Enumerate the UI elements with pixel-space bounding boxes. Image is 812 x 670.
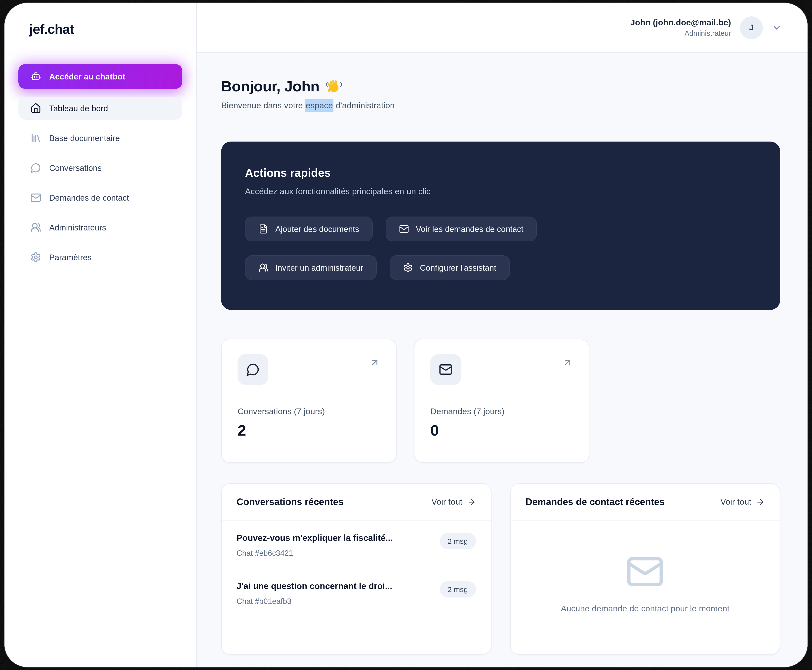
configure-assistant-button[interactable]: Configurer l'assistant <box>390 255 510 280</box>
empty-state: Aucune demande de contact pour le moment <box>510 521 780 654</box>
mail-icon <box>626 552 665 591</box>
users-icon <box>31 222 41 233</box>
page-title: Bonjour, John <box>221 78 320 95</box>
robot-icon <box>31 71 41 82</box>
stat-card-demandes[interactable]: Demandes (7 jours) 0 <box>414 339 589 463</box>
card-title: Conversations récentes <box>237 497 344 508</box>
sidebar-item-label: Accéder au chatbot <box>49 72 125 81</box>
stat-label: Demandes (7 jours) <box>431 407 573 417</box>
arrow-up-right-icon[interactable] <box>562 357 573 368</box>
sidebar: jef.chat Accéder au chatbot Tableau de b… <box>5 3 197 667</box>
dashboard-content: Bonjour, John Bienvenue dans votre espac… <box>197 52 807 667</box>
quick-actions-buttons: Ajouter des documents Voir les demandes … <box>245 217 756 280</box>
app-window: jef.chat Accéder au chatbot Tableau de b… <box>5 3 807 667</box>
users-icon <box>258 263 268 272</box>
card-title: Demandes de contact récentes <box>526 497 665 508</box>
recent-section: Conversations récentes Voir tout Pouvez-… <box>221 483 780 655</box>
avatar[interactable]: J <box>740 16 763 39</box>
conversation-id: Chat #eb6c3421 <box>237 549 393 558</box>
add-documents-button[interactable]: Ajouter des documents <box>245 217 373 241</box>
message-circle-icon <box>246 362 260 376</box>
chevron-down-icon[interactable] <box>772 23 781 32</box>
stat-icon-tile <box>431 354 461 385</box>
sidebar-item-conversations[interactable]: Conversations <box>19 156 182 179</box>
sidebar-item-parametres[interactable]: Paramètres <box>19 246 182 269</box>
invite-admin-button[interactable]: Inviter un administrateur <box>245 255 377 280</box>
sidebar-item-base-documentaire[interactable]: Base documentaire <box>19 127 182 149</box>
arrow-right-icon <box>756 497 765 507</box>
user-role: Administrateur <box>631 29 731 37</box>
view-all-conversations-link[interactable]: Voir tout <box>431 497 476 507</box>
recent-requests-card: Demandes de contact récentes Voir tout A… <box>510 483 780 655</box>
stat-icon-tile <box>237 354 268 385</box>
sidebar-item-administrateurs[interactable]: Administrateurs <box>19 216 182 239</box>
sidebar-item-acceder-au-chatbot[interactable]: Accéder au chatbot <box>19 64 182 89</box>
mail-icon <box>399 224 409 234</box>
user-name: John (john.doe@mail.be) <box>631 18 731 28</box>
topbar: John (john.doe@mail.be) Administrateur J <box>197 3 807 52</box>
gear-icon <box>403 263 413 272</box>
message-count-badge: 2 msg <box>439 581 476 597</box>
conversation-id: Chat #b01eafb3 <box>237 597 392 606</box>
selected-text: espace <box>305 99 334 112</box>
app-root: jef.chat Accéder au chatbot Tableau de b… <box>0 0 812 670</box>
quick-actions-subtitle: Accédez aux fonctionnalités principales … <box>245 187 756 197</box>
sidebar-item-label: Base documentaire <box>49 134 120 143</box>
message-count-badge: 2 msg <box>439 533 476 549</box>
conversation-list-item[interactable]: Pouvez-vous m'expliquer la fiscalité... … <box>222 521 491 569</box>
gear-icon <box>31 252 41 263</box>
user-info: John (john.doe@mail.be) Administrateur <box>631 18 731 37</box>
sidebar-item-label: Demandes de contact <box>49 193 129 202</box>
arrow-right-icon <box>467 497 476 507</box>
view-contact-requests-button[interactable]: Voir les demandes de contact <box>386 217 537 241</box>
stat-card-conversations[interactable]: Conversations (7 jours) 2 <box>221 339 397 463</box>
stat-label: Conversations (7 jours) <box>237 407 380 417</box>
quick-actions-card: Actions rapides Accédez aux fonctionnali… <box>221 142 780 310</box>
sidebar-nav: Accéder au chatbot Tableau de bord Base … <box>19 64 182 269</box>
mail-icon <box>31 192 41 203</box>
sidebar-item-label: Tableau de bord <box>49 103 108 113</box>
conversation-list-item[interactable]: J'ai une question concernant le droi... … <box>222 569 491 617</box>
sidebar-item-label: Administrateurs <box>49 223 106 232</box>
sidebar-item-tableau-de-bord[interactable]: Tableau de bord <box>19 97 182 120</box>
stat-value: 0 <box>431 422 573 440</box>
stats-row: Conversations (7 jours) 2 Demandes (7 jo… <box>221 339 781 463</box>
view-all-requests-link[interactable]: Voir tout <box>720 497 765 507</box>
message-circle-icon <box>31 162 41 173</box>
main-column: John (john.doe@mail.be) Administrateur J… <box>197 3 807 667</box>
file-text-icon <box>258 224 268 234</box>
library-icon <box>31 133 41 144</box>
conversation-title: J'ai une question concernant le droi... <box>237 581 392 592</box>
wave-hand-icon <box>325 78 342 95</box>
mail-icon <box>439 362 453 376</box>
arrow-up-right-icon[interactable] <box>369 357 380 368</box>
conversation-title: Pouvez-vous m'expliquer la fiscalité... <box>237 533 393 543</box>
sidebar-item-label: Conversations <box>49 163 102 173</box>
empty-state-text: Aucune demande de contact pour le moment <box>561 604 729 614</box>
recent-conversations-card: Conversations récentes Voir tout Pouvez-… <box>221 483 491 655</box>
quick-actions-title: Actions rapides <box>245 166 756 180</box>
page-subtitle: Bienvenue dans votre espace d'administra… <box>221 101 781 111</box>
sidebar-item-label: Paramètres <box>49 252 92 262</box>
app-logo: jef.chat <box>29 22 182 37</box>
stat-value: 2 <box>237 422 380 440</box>
sidebar-item-demandes-de-contact[interactable]: Demandes de contact <box>19 186 182 209</box>
house-icon <box>31 103 41 114</box>
